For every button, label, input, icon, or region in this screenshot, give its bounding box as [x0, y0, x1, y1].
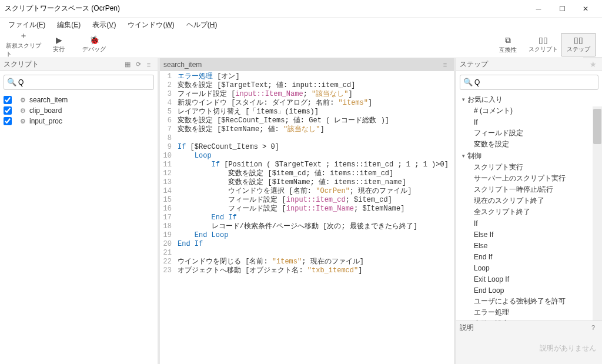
code-text: 変数を設定 [$TargetText; 値: input::item_cd] — [175, 81, 355, 90]
toolbar-scripts[interactable]: ▯▯スクリプト — [526, 33, 561, 56]
step-group[interactable]: お気に入り — [456, 93, 602, 105]
line-number: 20 — [160, 240, 175, 249]
script-row[interactable]: ⚙input_proc — [2, 116, 155, 126]
code-line[interactable]: 13 変数を設定 [$ItemName; 値: items::item_name… — [160, 178, 454, 187]
step-item[interactable]: If — [456, 218, 602, 229]
toolbar-new-script[interactable]: ＋新規スクリプト — [6, 33, 41, 56]
step-item[interactable]: スクリプト実行 — [456, 162, 602, 173]
step-item[interactable]: スクリプト一時停止/続行 — [456, 184, 602, 195]
code-line[interactable]: 7変数を設定 [$ItemName; 値: "該当なし"] — [160, 125, 454, 134]
line-number: 7 — [160, 125, 175, 134]
description-text: 説明がありません — [456, 334, 602, 364]
script-name: clip_board — [29, 106, 62, 115]
step-item[interactable]: 変数を設定 — [456, 139, 602, 150]
code-line[interactable]: 14 ウインドウを選択 [名前: "OcrPen"; 現在のファイル] — [160, 187, 454, 196]
panel-refresh-icon[interactable]: ⟳ — [133, 60, 143, 69]
step-item[interactable]: Exit Loop If — [456, 273, 602, 285]
step-item[interactable]: End If — [456, 251, 602, 262]
line-number: 11 — [160, 161, 175, 169]
line-number: 1 — [160, 72, 175, 81]
gear-icon: ⚙ — [20, 96, 26, 104]
maximize-button[interactable]: ☐ — [550, 1, 574, 17]
code-text: ウインドウを選択 [名前: "OcrPen"; 現在のファイル] — [175, 187, 412, 196]
center-panel-header: search_item ≡ — [160, 58, 454, 71]
code-text: 変数を設定 [$ItemName; 値: items::item_name] — [175, 178, 406, 187]
step-item[interactable]: 全スクリプト終了 — [456, 206, 602, 218]
menu-help[interactable]: ヘルプ(H) — [182, 18, 222, 32]
code-line[interactable]: 1エラー処理 [オン] — [160, 72, 454, 81]
step-item[interactable]: フィールド設定 — [456, 128, 602, 139]
script-checkbox[interactable] — [4, 117, 12, 125]
menu-edit[interactable]: 編集(E) — [52, 18, 85, 32]
panel-view-icon[interactable]: ▦ — [122, 60, 133, 69]
code-line[interactable]: 6変数を設定 [$RecCount_Items; 値: Get ( レコード総数… — [160, 116, 454, 125]
code-line[interactable]: 19 End Loop — [160, 231, 454, 240]
title-bar: スクリプトワークスペース (OcrPen) ─ ☐ ✕ — [0, 0, 602, 18]
code-line[interactable]: 21 — [160, 249, 454, 258]
code-line[interactable]: 20End If — [160, 240, 454, 249]
step-list[interactable]: お気に入り# (コメント)Ifフィールド設定変数を設定制御スクリプト実行サーバー… — [456, 93, 602, 320]
menu-window[interactable]: ウインドウ(W) — [123, 18, 179, 32]
panel-list-icon[interactable]: ≡ — [440, 60, 450, 69]
panel-list-icon[interactable]: ≡ — [143, 60, 154, 69]
play-icon: ▶ — [56, 35, 62, 45]
step-item[interactable]: Else — [456, 240, 602, 251]
toolbar-compat[interactable]: ⧉互換性 — [490, 33, 526, 56]
main: スクリプト ▦ ⟳ ≡ 🔍 ⚙search_item⚙clip_board⚙in… — [0, 58, 602, 364]
code-line[interactable]: 16 フィールド設定 [input::Item_Name; $ItemName] — [160, 205, 454, 213]
script-row[interactable]: ⚙clip_board — [2, 105, 155, 116]
step-item[interactable]: 現在のスクリプト終了 — [456, 195, 602, 206]
code-line[interactable]: 23オブジェクトへ移動 [オブジェクト名: "txb_itemcd"] — [160, 266, 454, 275]
step-item[interactable]: 変数を設定 — [456, 318, 602, 320]
code-line[interactable]: 15 フィールド設定 [input::item_cd; $item_cd] — [160, 196, 454, 205]
step-item[interactable]: ユーザによる強制終了を許可 — [456, 296, 602, 307]
left-panel-header: スクリプト ▦ ⟳ ≡ — [0, 58, 158, 71]
scrollbar[interactable] — [593, 106, 602, 320]
help-icon[interactable]: ? — [588, 323, 598, 332]
code-line[interactable]: 5レイアウト切り替え [「items」(items)] — [160, 108, 454, 116]
step-item[interactable]: If — [456, 116, 602, 128]
code-line[interactable]: 3フィールド設定 [input::Item_Name; "該当なし"] — [160, 90, 454, 99]
code-line[interactable]: 4新規ウインドウ [スタイル: ダイアログ; 名前: "items"] — [160, 99, 454, 108]
step-group[interactable]: 制御 — [456, 150, 602, 162]
step-item[interactable]: Loop — [456, 262, 602, 273]
code-text: 変数を設定 [$item_cd; 値: items::item_cd] — [175, 169, 393, 178]
step-item[interactable]: エラー処理 — [456, 307, 602, 318]
script-checkbox[interactable] — [4, 96, 12, 104]
code-line[interactable]: 11 If [Position ( $TargetText ; items::i… — [160, 161, 454, 169]
center-script-title: search_item — [163, 61, 440, 69]
code-line[interactable]: 2変数を設定 [$TargetText; 値: input::item_cd] — [160, 81, 454, 90]
right-search-input[interactable] — [460, 75, 598, 90]
code-text: レコード/検索条件/ページへ移動 [次の; 最後まできたら終了] — [175, 222, 417, 231]
code-line[interactable]: 22ウインドウを閉じる [名前: "items"; 現在のファイル] — [160, 258, 454, 266]
code-line[interactable]: 17 End If — [160, 213, 454, 222]
menu-file[interactable]: ファイル(F) — [4, 18, 50, 32]
script-editor[interactable]: 1エラー処理 [オン]2変数を設定 [$TargetText; 値: input… — [160, 71, 454, 364]
code-line[interactable]: 12 変数を設定 [$item_cd; 値: items::item_cd] — [160, 169, 454, 178]
scrollbar-thumb[interactable] — [593, 109, 601, 144]
toolbar-steps[interactable]: ▯▯ステップ — [561, 33, 596, 56]
step-item[interactable]: Else If — [456, 229, 602, 240]
toolbar-debug[interactable]: 🐞デバッグ — [76, 33, 112, 56]
minimize-button[interactable]: ─ — [527, 1, 550, 17]
search-icon: 🔍 — [7, 78, 16, 86]
code-line[interactable]: 10 Loop — [160, 152, 454, 161]
step-item[interactable]: サーバー上のスクリプト実行 — [456, 173, 602, 184]
panel-left-icon: ▯▯ — [539, 35, 548, 45]
code-line[interactable]: 9If [$RecCount_Items > 0] — [160, 143, 454, 152]
favorite-icon[interactable]: ★ — [588, 60, 598, 69]
script-row[interactable]: ⚙search_item — [2, 95, 155, 105]
toolbar-run[interactable]: ▶実行 — [41, 33, 76, 56]
code-text: If [Position ( $TargetText ; items::item… — [175, 161, 449, 169]
code-text: 新規ウインドウ [スタイル: ダイアログ; 名前: "items"] — [175, 99, 372, 108]
menu-view[interactable]: 表示(V) — [88, 18, 121, 32]
script-checkbox[interactable] — [4, 106, 12, 115]
script-list[interactable]: ⚙search_item⚙clip_board⚙input_proc — [0, 93, 158, 364]
close-button[interactable]: ✕ — [574, 1, 597, 17]
step-item[interactable]: # (コメント) — [456, 105, 602, 116]
code-text: フィールド設定 [input::Item_Name; "該当なし"] — [175, 90, 353, 99]
step-item[interactable]: End Loop — [456, 285, 602, 296]
code-line[interactable]: 8 — [160, 134, 454, 143]
code-line[interactable]: 18 レコード/検索条件/ページへ移動 [次の; 最後まできたら終了] — [160, 222, 454, 231]
left-search-input[interactable] — [4, 75, 154, 90]
